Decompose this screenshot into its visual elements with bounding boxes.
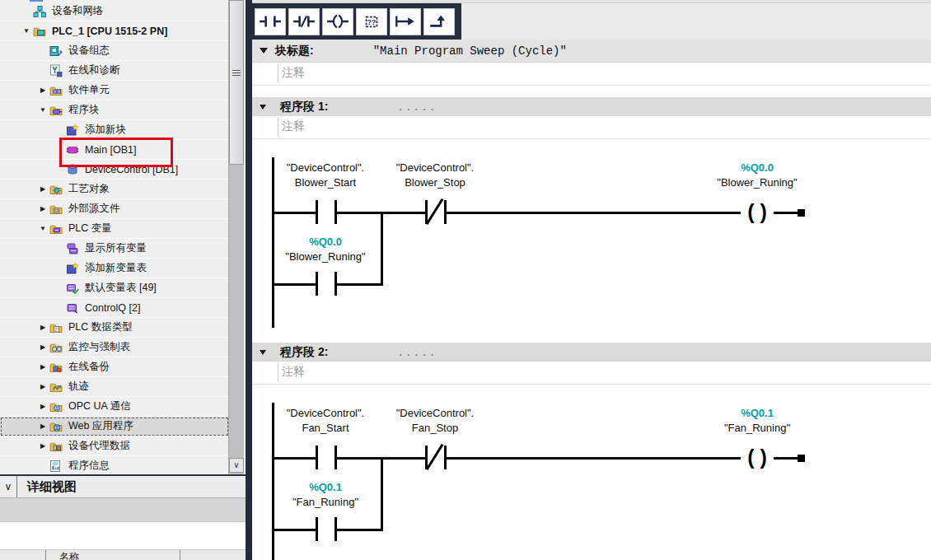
tree-item-tech-objects[interactable]: ▶工艺对象	[0, 180, 229, 199]
divider	[16, 476, 17, 497]
chevron-down-icon[interactable]: ▼	[20, 27, 33, 35]
block-title-value[interactable]: "Main Program Sweep (Cycle)"	[373, 44, 567, 58]
add-new-tag-table-icon	[66, 262, 81, 275]
network-2-title-placeholder[interactable]: .....	[399, 346, 438, 358]
detail-view-header: ∨ 详细视图	[0, 476, 246, 498]
tree-item-external-sources[interactable]: ▶外部源文件	[0, 199, 229, 219]
tree-item-default-tag-table[interactable]: 默认变量表 [49]	[0, 278, 229, 298]
collapse-triangle-icon[interactable]	[260, 105, 266, 110]
close-branch-button[interactable]	[423, 8, 455, 35]
no-contact[interactable]	[335, 200, 337, 224]
block-title-label: 块标题:	[275, 44, 314, 58]
branch-no-contact[interactable]	[335, 272, 337, 296]
tree-item-web-apps[interactable]: ▶Web 应用程序	[0, 417, 229, 436]
no-contact[interactable]	[316, 446, 318, 469]
ob-block-icon	[66, 143, 81, 156]
tree-item-software-units[interactable]: ▶软件单元	[0, 81, 229, 100]
nc-contact[interactable]	[444, 446, 447, 469]
plc-tags-folder-icon	[49, 222, 64, 236]
operand-label[interactable]: "DeviceControl". Blower_Stop	[373, 161, 497, 190]
network-2-comment[interactable]: 注释	[252, 362, 931, 385]
tree-item-devices-networks[interactable]: 设备和网络	[0, 2, 229, 21]
collapse-chevron-icon[interactable]: ∨	[0, 481, 16, 492]
scrollbar-thumb[interactable]	[229, 0, 244, 165]
operand-member: Blower_Start	[264, 175, 387, 190]
insert-nc-contact-button[interactable]	[288, 8, 320, 35]
tree-item-devicecontrol-db1[interactable]: DeviceControl [DB1]	[0, 160, 229, 180]
tree-scrollbar[interactable]: ∨	[228, 0, 244, 474]
operand-label[interactable]: "DeviceControl". Fan_Start	[264, 406, 387, 436]
chevron-right-icon[interactable]: ▶	[36, 86, 49, 94]
operand-address: %Q0.0	[264, 235, 387, 250]
chevron-right-icon[interactable]: ▶	[36, 343, 49, 351]
tree-item-device-config[interactable]: 设备组态	[0, 41, 229, 61]
chevron-right-icon[interactable]: ▶	[36, 383, 49, 390]
chevron-right-icon[interactable]: ▶	[36, 403, 49, 410]
network-2-header[interactable]: 程序段 2: .....	[252, 343, 931, 362]
chevron-right-icon[interactable]: ▶	[36, 363, 49, 371]
branch-operand-label[interactable]: %Q0.0 "Blower_Runing"	[264, 235, 387, 264]
tree-item-traces[interactable]: ▶轨迹	[0, 377, 229, 397]
coil-operand-label[interactable]: %Q0.0 "Blower_Runing"	[695, 161, 819, 190]
detail-view-content	[0, 522, 246, 550]
tree-item-plc-tags[interactable]: ▼PLC 变量	[0, 219, 229, 239]
operand-name: "Fan_Runing"	[264, 495, 387, 510]
chevron-right-icon[interactable]: ▶	[36, 185, 49, 193]
comment-left-line	[278, 64, 278, 83]
open-branch-icon	[393, 13, 418, 30]
collapse-triangle-icon[interactable]	[260, 350, 266, 355]
tree-item-online-backups[interactable]: ▶在线备份	[0, 357, 229, 377]
tree-item-plc-1[interactable]: ▼PLC_1 [CPU 1515-2 PN]	[0, 21, 229, 41]
tree-item-online-diagnostics[interactable]: 在线和诊断	[0, 61, 229, 81]
tree-item-plc-data-types[interactable]: ▶PLC 数据类型	[0, 318, 229, 338]
tree-item-add-new-tag-table[interactable]: 添加新变量表	[0, 259, 229, 278]
tree-item-main-ob1[interactable]: Main [OB1]	[0, 140, 229, 160]
insert-empty-box-button[interactable]: ??	[356, 8, 387, 35]
network-1-title-placeholder[interactable]: .....	[399, 100, 438, 113]
tree-item-label: 软件单元	[68, 83, 110, 97]
operand-db-name: "DeviceControl".	[373, 161, 497, 175]
tree-item-program-blocks[interactable]: ▼程序块	[0, 100, 229, 120]
tree-item-controlq[interactable]: ControlQ [2]	[0, 298, 229, 318]
chevron-right-icon[interactable]: ▶	[36, 442, 49, 450]
name-column-header[interactable]: 名称	[46, 550, 180, 560]
tree-item-label: 监控与强制表	[68, 340, 130, 354]
branch-operand-label[interactable]: %Q0.1 "Fan_Runing"	[264, 480, 387, 510]
operand-name: "Blower_Runing"	[695, 175, 819, 190]
chevron-down-icon[interactable]: ▼	[36, 225, 49, 232]
chevron-right-icon[interactable]: ▶	[36, 324, 49, 331]
nc-contact[interactable]	[444, 200, 447, 224]
block-title-bar[interactable]: 块标题: "Main Program Sweep (Cycle)"	[252, 40, 931, 63]
coil-operand-label[interactable]: %Q0.1 "Fan_Runing"	[695, 406, 819, 436]
insert-no-contact-button[interactable]	[255, 8, 286, 35]
branch-no-contact[interactable]	[335, 517, 337, 541]
scrollbar-down-button[interactable]: ∨	[229, 458, 244, 473]
tree-item-watch-force-tables[interactable]: ▶监控与强制表	[0, 338, 229, 357]
operand-label[interactable]: "DeviceControl". Blower_Start	[264, 161, 387, 190]
insert-coil-button[interactable]	[322, 8, 353, 35]
branch-no-contact[interactable]	[316, 517, 318, 541]
tree-item-program-info[interactable]: 程序信息	[0, 456, 229, 474]
tree-item-add-new-block[interactable]: 添加新块	[0, 120, 229, 140]
output-coil[interactable]	[741, 446, 774, 470]
no-contact[interactable]	[335, 446, 337, 469]
tree-item-label: OPC UA 通信	[68, 399, 131, 413]
panel-splitter[interactable]	[246, 0, 252, 560]
tree-item-show-all-tags[interactable]: 显示所有变量	[0, 239, 229, 259]
tree-item-device-proxy[interactable]: ▶设备代理数据	[0, 436, 229, 456]
tree-item-label: PLC 数据类型	[68, 320, 133, 334]
close-branch-icon	[427, 13, 451, 30]
collapse-triangle-icon[interactable]	[260, 48, 268, 54]
tree-item-opc-ua[interactable]: ▶OPC UA 通信	[0, 397, 229, 417]
operand-label[interactable]: "DeviceControl". Fan_Stop	[373, 406, 497, 436]
output-coil[interactable]	[741, 200, 774, 225]
open-branch-button[interactable]	[390, 8, 421, 35]
branch-no-contact[interactable]	[316, 272, 318, 296]
no-contact[interactable]	[316, 200, 318, 224]
block-comment[interactable]: 注释	[252, 63, 931, 86]
chevron-right-icon[interactable]: ▶	[36, 205, 49, 212]
network-1-header[interactable]: 程序段 1: .....	[252, 97, 931, 116]
network-1-comment[interactable]: 注释	[252, 116, 931, 139]
chevron-down-icon[interactable]: ▼	[36, 106, 49, 114]
chevron-right-icon[interactable]: ▶	[36, 422, 49, 430]
